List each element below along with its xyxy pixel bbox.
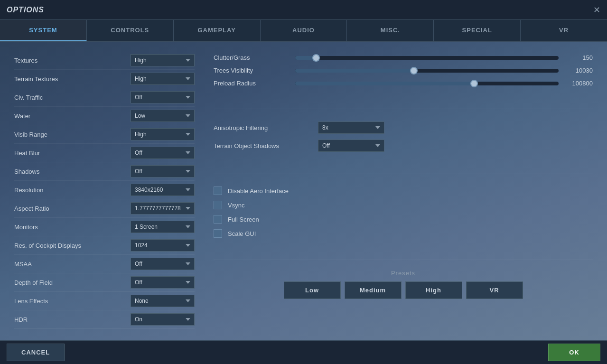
trees-visibility-value: 10030: [564, 67, 593, 74]
clutter-grass-track[interactable]: [295, 56, 559, 60]
right-column: Clutter/Grass 150 Trees Visibility: [214, 51, 593, 331]
disable-aero-checkbox[interactable]: [214, 187, 222, 195]
checkboxes-section: Disable Aero Interface Vsync Full Screen…: [214, 184, 593, 241]
title-bar: OPTIONS ✕: [0, 0, 607, 20]
full-screen-checkbox[interactable]: [214, 215, 222, 224]
vsync-checkbox[interactable]: [214, 201, 222, 209]
lens-effects-label: Lens Effects: [14, 298, 48, 305]
shadows-label: Shadows: [14, 168, 39, 175]
lens-effects-select[interactable]: NoneLowHigh: [131, 295, 195, 307]
checkbox-full-screen: Full Screen: [214, 212, 593, 226]
presets-label: Presets: [391, 270, 415, 277]
scale-gui-checkbox[interactable]: [214, 229, 222, 238]
preload-radius-value: 100800: [564, 80, 593, 87]
preload-radius-track[interactable]: [295, 82, 559, 85]
setting-aspect-ratio: Aspect Ratio 1.7777777777778: [14, 199, 195, 218]
separator-1: [214, 109, 593, 109]
content-area: Textures HighMediumLow Terrain Textures …: [0, 42, 607, 340]
textures-select[interactable]: HighMediumLow: [131, 54, 195, 66]
visib-range-label: Visib Range: [14, 131, 47, 138]
tab-misc[interactable]: MISC.: [347, 20, 434, 41]
depth-of-field-label: Depth of Field: [14, 279, 53, 286]
setting-civ-traffic: Civ. Traffic OffLowHigh: [14, 88, 195, 107]
tab-bar: SYSTEM CONTROLS GAMEPLAY AUDIO MISC. SPE…: [0, 20, 607, 42]
clutter-grass-label: Clutter/Grass: [214, 54, 289, 61]
civ-traffic-select[interactable]: OffLowHigh: [131, 91, 195, 103]
scale-gui-label: Scale GUI: [228, 230, 256, 237]
full-screen-label: Full Screen: [228, 216, 259, 223]
monitors-label: Monitors: [14, 224, 38, 231]
terrain-textures-select[interactable]: HighMediumLow: [131, 73, 195, 85]
msaa-label: MSAA: [14, 261, 32, 268]
separator-2: [214, 174, 593, 174]
hdr-select[interactable]: OnOff: [131, 313, 195, 326]
depth-of-field-select[interactable]: OffOn: [131, 276, 195, 289]
slider-trees-visibility: Trees Visibility 10030: [214, 64, 593, 77]
trees-visibility-label: Trees Visibility: [214, 67, 289, 74]
ok-button[interactable]: OK: [548, 344, 600, 361]
water-label: Water: [14, 112, 30, 120]
vsync-label: Vsync: [228, 202, 244, 209]
preload-radius-label: Preload Radius: [214, 80, 289, 87]
hdr-label: HDR: [14, 316, 28, 323]
window-title: OPTIONS: [7, 6, 44, 14]
trees-visibility-track[interactable]: [295, 69, 559, 73]
row-terrain-shadows: Terrain Object Shadows OffLowHigh: [214, 137, 593, 155]
clutter-grass-value: 150: [564, 54, 593, 61]
options-window: OPTIONS ✕ SYSTEM CONTROLS GAMEPLAY AUDIO…: [0, 0, 607, 364]
setting-lens-effects: Lens Effects NoneLowHigh: [14, 292, 195, 310]
setting-resolution: Resolution 3840x21601920x1080: [14, 181, 195, 199]
tab-audio[interactable]: AUDIO: [261, 20, 347, 41]
disable-aero-label: Disable Aero Interface: [228, 187, 289, 195]
sliders-section: Clutter/Grass 150 Trees Visibility: [214, 51, 593, 90]
tab-special[interactable]: SPECIAL: [434, 20, 521, 41]
monitors-select[interactable]: 1 Screen2 Screens: [131, 221, 195, 233]
setting-water: Water LowMediumHigh: [14, 107, 195, 125]
shadows-select[interactable]: OffLowHigh: [131, 165, 195, 177]
slider-clutter-grass: Clutter/Grass 150: [214, 51, 593, 64]
setting-msaa: MSAA Off2x4x: [14, 255, 195, 273]
setting-terrain-textures: Terrain Textures HighMediumLow: [14, 70, 195, 88]
setting-hdr: HDR OnOff: [14, 310, 195, 329]
msaa-select[interactable]: Off2x4x: [131, 258, 195, 270]
checkbox-scale-gui: Scale GUI: [214, 226, 593, 241]
tab-controls[interactable]: CONTROLS: [87, 20, 174, 41]
setting-heat-blur: Heat Blur OffOn: [14, 144, 195, 162]
terrain-shadows-select[interactable]: OffLowHigh: [318, 140, 384, 152]
heat-blur-label: Heat Blur: [14, 149, 40, 157]
preset-low-button[interactable]: Low: [284, 281, 341, 299]
close-button[interactable]: ✕: [593, 6, 600, 14]
resolution-select[interactable]: 3840x21601920x1080: [131, 184, 195, 196]
terrain-textures-label: Terrain Textures: [14, 75, 58, 83]
setting-visib-range: Visib Range HighMediumLow: [14, 125, 195, 144]
preset-vr-button[interactable]: VR: [466, 281, 523, 299]
checkbox-disable-aero: Disable Aero Interface: [214, 184, 593, 198]
setting-textures: Textures HighMediumLow: [14, 51, 195, 70]
setting-depth-of-field: Depth of Field OffOn: [14, 273, 195, 292]
presets-buttons-row: Low Medium High VR: [284, 281, 523, 299]
aspect-ratio-select[interactable]: 1.7777777777778: [131, 202, 195, 215]
terrain-shadows-label: Terrain Object Shadows: [214, 142, 308, 149]
setting-monitors: Monitors 1 Screen2 Screens: [14, 218, 195, 236]
cockpit-displays-select[interactable]: 10245122048: [131, 239, 195, 252]
heat-blur-select[interactable]: OffOn: [131, 147, 195, 159]
resolution-label: Resolution: [14, 187, 43, 194]
setting-shadows: Shadows OffLowHigh: [14, 162, 195, 181]
preset-medium-button[interactable]: Medium: [345, 281, 402, 299]
tab-gameplay[interactable]: GAMEPLAY: [174, 20, 261, 41]
anisotropic-select[interactable]: 8x4x2xOff: [318, 121, 384, 134]
preset-high-button[interactable]: High: [405, 281, 462, 299]
visib-range-select[interactable]: HighMediumLow: [131, 128, 195, 140]
aspect-ratio-label: Aspect Ratio: [14, 205, 49, 212]
cockpit-displays-label: Res. of Cockpit Displays: [14, 242, 81, 249]
left-column: Textures HighMediumLow Terrain Textures …: [14, 51, 195, 331]
row-anisotropic: Anisotropic Filtering 8x4x2xOff: [214, 119, 593, 137]
water-select[interactable]: LowMediumHigh: [131, 110, 195, 122]
content-inner: Textures HighMediumLow Terrain Textures …: [0, 42, 607, 340]
textures-label: Textures: [14, 57, 37, 64]
tab-vr[interactable]: VR: [521, 20, 607, 41]
cancel-button[interactable]: CANCEL: [7, 344, 65, 361]
setting-cockpit-displays: Res. of Cockpit Displays 10245122048: [14, 236, 195, 255]
tab-system[interactable]: SYSTEM: [0, 20, 87, 41]
right-dropdowns-section: Anisotropic Filtering 8x4x2xOff Terrain …: [214, 119, 593, 155]
